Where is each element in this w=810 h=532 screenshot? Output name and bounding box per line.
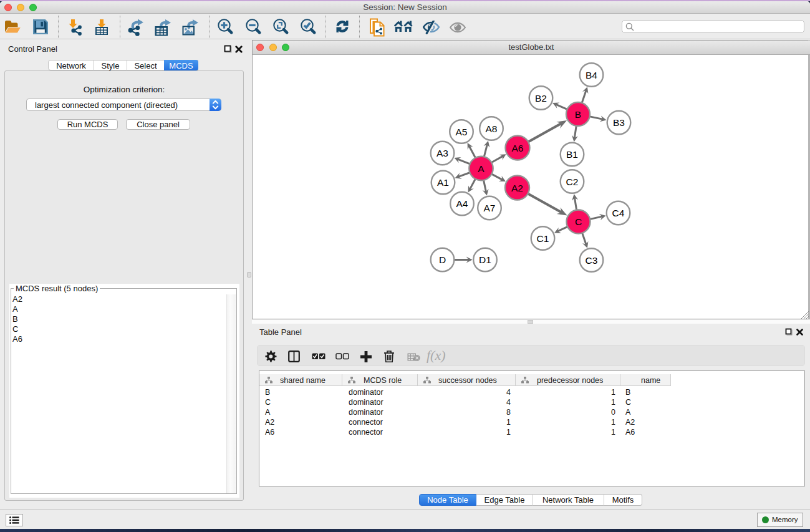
svg-text:C2: C2	[566, 177, 579, 187]
svg-text:A4: A4	[456, 198, 468, 209]
svg-text:A: A	[478, 163, 485, 174]
svg-text:A6: A6	[512, 143, 524, 153]
svg-text:C1: C1	[537, 233, 549, 244]
svg-text:B3: B3	[613, 117, 625, 128]
svg-text:B2: B2	[535, 93, 547, 104]
svg-text:C: C	[575, 216, 582, 227]
svg-text:A3: A3	[436, 148, 448, 158]
svg-text:B4: B4	[586, 70, 597, 80]
svg-text:A7: A7	[484, 203, 496, 213]
svg-text:D: D	[439, 254, 446, 265]
svg-text:D1: D1	[479, 254, 491, 265]
svg-text:A5: A5	[456, 127, 468, 137]
svg-text:A8: A8	[486, 123, 498, 134]
svg-text:A1: A1	[437, 177, 449, 188]
svg-text:B1: B1	[566, 149, 578, 160]
svg-text:B: B	[575, 109, 581, 120]
svg-text:A2: A2	[511, 183, 523, 193]
svg-text:C4: C4	[612, 208, 625, 218]
svg-text:C3: C3	[586, 255, 598, 266]
